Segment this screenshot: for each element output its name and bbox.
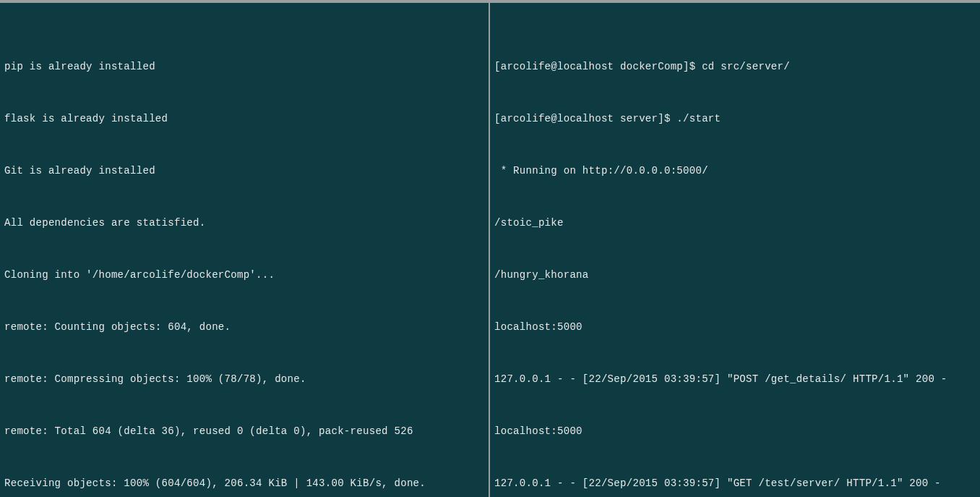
terminal-prompt-line: [arcolife@localhost dockerComp]$ cd src/… [494, 58, 976, 75]
terminal-output-line: remote: Total 604 (delta 36), reused 0 (… [4, 422, 484, 440]
terminal-output-line: localhost:5000 [494, 422, 976, 440]
terminal-output-line: Git is already installed [4, 162, 484, 179]
terminal-output-line: 127.0.0.1 - - [22/Sep/2015 03:39:57] "GE… [494, 475, 976, 492]
terminal-output-line: 127.0.0.1 - - [22/Sep/2015 03:39:57] "PO… [494, 370, 976, 388]
pane-top-edge [490, 0, 980, 3]
terminal-output-line: * Running on http://0.0.0.0:5000/ [494, 162, 976, 179]
terminal-pane-right[interactable]: [arcolife@localhost dockerComp]$ cd src/… [490, 0, 980, 497]
terminal-output-line: /stoic_pike [494, 214, 976, 231]
terminal-output-line: localhost:5000 [494, 318, 976, 336]
terminal-output-line: /hungry_khorana [494, 266, 976, 284]
terminal-prompt-line: [arcolife@localhost server]$ ./start [494, 110, 976, 127]
terminal-output-line: Receiving objects: 100% (604/604), 206.3… [4, 475, 484, 492]
terminal-output-line: All dependencies are statisfied. [4, 214, 484, 231]
terminal-pane-left[interactable]: pip is already installed flask is alread… [0, 0, 490, 497]
terminal-output-line: flask is already installed [4, 110, 484, 127]
terminal-output-line: remote: Compressing objects: 100% (78/78… [4, 370, 484, 388]
terminal-output-line: pip is already installed [4, 58, 484, 75]
terminal-output-line: remote: Counting objects: 604, done. [4, 318, 484, 336]
terminal-output-line: Cloning into '/home/arcolife/dockerComp'… [4, 266, 484, 284]
pane-top-edge [0, 0, 489, 3]
